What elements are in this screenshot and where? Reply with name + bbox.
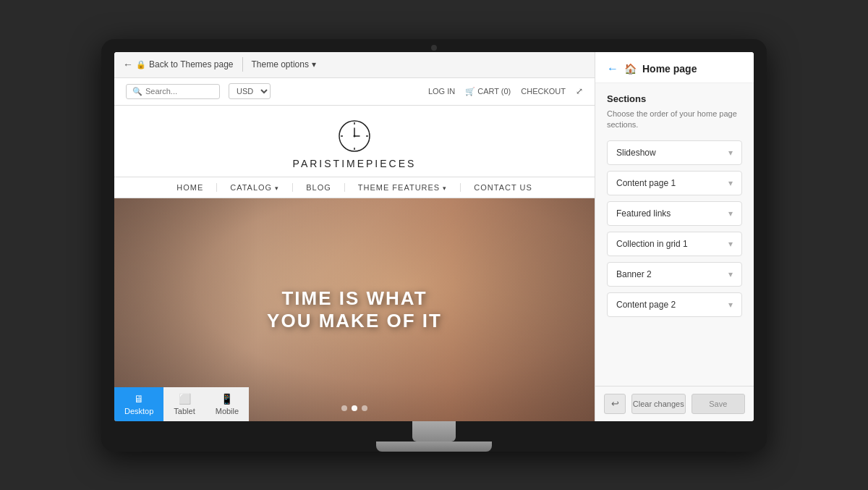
- device-switcher: 🖥 Desktop ⬜ Tablet 📱 Mobile: [114, 387, 249, 421]
- brand-light: TIMEPIECES: [333, 158, 417, 169]
- hero-section: TIME IS WHAT YOU MAKE OF IT 🖥 Desktop ⬜: [114, 198, 595, 421]
- section-collection-grid-label: Collection in grid 1: [616, 239, 688, 249]
- panel-home-icon: 🏠: [624, 63, 637, 75]
- desktop-button[interactable]: 🖥 Desktop: [114, 387, 163, 421]
- section-item-banner2[interactable]: Banner 2 ▾: [607, 262, 742, 287]
- lock-icon: 🔒: [136, 60, 146, 69]
- hero-line1: TIME IS WHAT: [267, 287, 442, 309]
- theme-features-arrow-icon: ▾: [443, 185, 447, 192]
- cart-link[interactable]: 🛒 CART (0): [465, 87, 511, 96]
- back-to-themes-label: Back to Themes page: [149, 59, 234, 69]
- nav-item-home[interactable]: HOME: [163, 183, 217, 192]
- hero-dot-3[interactable]: [362, 405, 367, 411]
- cart-label: CART (0): [477, 87, 511, 96]
- camera-notch: [431, 45, 437, 51]
- content2-chevron-icon: ▾: [728, 300, 733, 310]
- back-arrow-icon: ←: [123, 59, 133, 70]
- section-item-featured-links[interactable]: Featured links ▾: [607, 201, 742, 226]
- stand-pole: [412, 421, 456, 442]
- section-content1-label: Content page 1: [616, 178, 676, 188]
- banner2-chevron-icon: ▾: [728, 269, 733, 279]
- mobile-label: Mobile: [216, 407, 239, 415]
- mobile-button[interactable]: 📱 Mobile: [205, 387, 249, 421]
- section-item-content1[interactable]: Content page 1 ▾: [607, 171, 742, 195]
- save-button[interactable]: Save: [692, 394, 746, 414]
- currency-select[interactable]: USD: [229, 83, 271, 99]
- clear-changes-button[interactable]: Clear changes: [631, 394, 686, 414]
- nav-right: LOG IN 🛒 CART (0) CHECKOUT ⤢: [428, 86, 583, 96]
- panel-title: Home page: [642, 63, 697, 75]
- desktop-label: Desktop: [124, 407, 153, 415]
- save-label: Save: [709, 400, 727, 408]
- panel-header: ← 🏠 Home page: [595, 52, 754, 83]
- search-box[interactable]: 🔍: [126, 84, 220, 99]
- hero-dot-2[interactable]: [352, 405, 357, 411]
- cart-icon: 🛒: [465, 87, 475, 96]
- expand-icon[interactable]: ⤢: [576, 86, 583, 96]
- admin-divider: [242, 57, 243, 72]
- undo-icon: ↩: [611, 398, 619, 409]
- side-panel: ← 🏠 Home page Sections Choose the order …: [595, 52, 754, 421]
- main-nav: HOME CATALOG ▾ BLOG THEME FEATURES ▾ CON…: [114, 177, 595, 198]
- featured-links-chevron-icon: ▾: [728, 208, 733, 219]
- checkout-link[interactable]: CHECKOUT: [521, 87, 566, 96]
- nav-item-catalog[interactable]: CATALOG ▾: [217, 183, 293, 192]
- slideshow-chevron-icon: ▾: [728, 148, 733, 158]
- nav-item-contact[interactable]: CONTACT US: [461, 183, 545, 192]
- dropdown-arrow-icon: ▾: [312, 59, 316, 69]
- nav-item-blog[interactable]: BLOG: [293, 183, 345, 192]
- clock-logo: [337, 119, 372, 153]
- section-banner2-label: Banner 2: [616, 269, 652, 279]
- tablet-button[interactable]: ⬜ Tablet: [163, 387, 205, 421]
- hero-text: TIME IS WHAT YOU MAKE OF IT: [267, 287, 442, 331]
- section-item-slideshow[interactable]: Slideshow ▾: [607, 140, 742, 165]
- theme-options-button[interactable]: Theme options ▾: [252, 59, 316, 69]
- panel-back-arrow-icon[interactable]: ←: [607, 62, 618, 75]
- login-link[interactable]: LOG IN: [428, 87, 455, 96]
- search-input[interactable]: [145, 87, 210, 96]
- brand-name: PARISTIMEPIECES: [293, 158, 417, 169]
- section-content2-label: Content page 2: [616, 300, 676, 310]
- content1-chevron-icon: ▾: [728, 178, 733, 188]
- hero-dots: [341, 405, 367, 411]
- brand-section: PARISTIMEPIECES: [114, 106, 595, 177]
- hero-dot-1[interactable]: [341, 405, 347, 411]
- monitor-stand: [114, 421, 754, 452]
- mobile-icon: 📱: [221, 393, 233, 405]
- section-featured-links-label: Featured links: [616, 208, 671, 219]
- stand-foot: [376, 442, 492, 452]
- collection-grid-chevron-icon: ▾: [728, 239, 733, 249]
- tablet-label: Tablet: [174, 407, 195, 415]
- theme-options-label: Theme options: [252, 59, 309, 69]
- undo-button[interactable]: ↩: [604, 394, 626, 414]
- nav-item-theme-features[interactable]: THEME FEATURES ▾: [345, 183, 461, 192]
- panel-footer: ↩ Clear changes Save: [595, 386, 754, 421]
- site-preview: ← 🔒 Back to Themes page Theme options ▾ …: [114, 52, 595, 421]
- sections-heading: Sections: [607, 93, 742, 104]
- admin-bar: ← 🔒 Back to Themes page Theme options ▾: [114, 52, 595, 78]
- catalog-arrow-icon: ▾: [275, 185, 279, 192]
- site-nav-bar: 🔍 USD LOG IN 🛒 CART (0) CHECKOUT ⤢: [114, 78, 595, 106]
- clear-changes-label: Clear changes: [633, 400, 684, 408]
- section-item-collection-grid[interactable]: Collection in grid 1 ▾: [607, 232, 742, 256]
- sections-description: Choose the order of your home page secti…: [607, 109, 742, 131]
- section-slideshow-label: Slideshow: [616, 148, 656, 158]
- tablet-icon: ⬜: [179, 393, 191, 405]
- panel-body: Sections Choose the order of your home p…: [595, 83, 754, 386]
- section-item-content2[interactable]: Content page 2 ▾: [607, 292, 742, 317]
- desktop-icon: 🖥: [134, 393, 144, 405]
- search-icon: 🔍: [132, 87, 142, 96]
- back-to-themes-link[interactable]: ← 🔒 Back to Themes page: [123, 59, 234, 70]
- hero-line2: YOU MAKE OF IT: [267, 310, 442, 332]
- brand-bold: PARIS: [293, 158, 333, 169]
